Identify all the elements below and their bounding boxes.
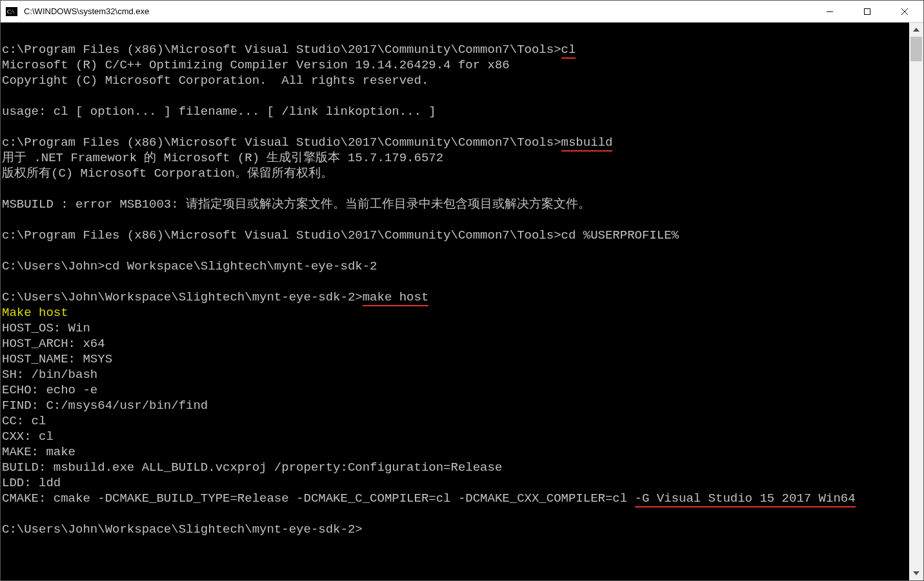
window-controls: [811, 1, 923, 23]
terminal-line: LDD: ldd: [2, 475, 909, 491]
terminal-line: SH: /bin/bash: [2, 367, 909, 382]
terminal-text: make host: [363, 290, 429, 306]
terminal-line: FIND: C:/msys64/usr/bin/find: [2, 398, 909, 413]
terminal-line: [2, 274, 909, 290]
terminal-line: [2, 119, 909, 135]
terminal-text: HOST_ARCH: x64: [2, 337, 105, 351]
terminal-text: MAKE: make: [2, 445, 75, 459]
terminal-text: LDD: ldd: [2, 476, 61, 490]
terminal-line: HOST_ARCH: x64: [2, 336, 909, 351]
terminal-text: C:\Users\John>cd Workspace\Slightech\myn…: [2, 259, 377, 273]
terminal-line: 版权所有(C) Microsoft Corporation。保留所有权利。: [2, 166, 909, 181]
terminal-text: usage: cl [ option... ] filename... [ /l…: [2, 104, 436, 119]
terminal-line: HOST_NAME: MSYS: [2, 351, 909, 367]
terminal-text: Microsoft (R) C/C++ Optimizing Compiler …: [2, 58, 510, 72]
terminal-text: c:\Program Files (x86)\Microsoft Visual …: [2, 43, 561, 57]
terminal-line: [2, 26, 909, 42]
terminal-text: HOST_NAME: MSYS: [2, 352, 112, 366]
terminal-line: ECHO: echo -e: [2, 382, 909, 398]
terminal-line: c:\Program Files (x86)\Microsoft Visual …: [2, 42, 909, 57]
terminal-text: CC: cl: [2, 414, 46, 428]
terminal-text: C:\Users\John\Workspace\Slightech\mynt-e…: [2, 290, 363, 304]
terminal-line: c:\Program Files (x86)\Microsoft Visual …: [2, 135, 909, 150]
scroll-up-button[interactable]: [909, 23, 923, 37]
svg-text:C:\: C:\: [7, 8, 15, 15]
terminal-text: c:\Program Files (x86)\Microsoft Visual …: [2, 135, 561, 150]
terminal-text: FIND: C:/msys64/usr/bin/find: [2, 399, 208, 413]
titlebar[interactable]: C:\ C:\WINDOWS\system32\cmd.exe: [1, 1, 923, 23]
svg-rect-4: [865, 8, 870, 14]
terminal-text: cl: [561, 43, 576, 59]
scroll-down-button[interactable]: [909, 566, 923, 580]
terminal-line: MAKE: make: [2, 444, 909, 460]
terminal-line: C:\Users\John\Workspace\Slightech\mynt-e…: [2, 290, 909, 305]
close-button[interactable]: [886, 1, 923, 23]
terminal-line: [2, 506, 909, 522]
terminal-text: c:\Program Files (x86)\Microsoft Visual …: [2, 228, 679, 242]
terminal-line: BUILD: msbuild.exe ALL_BUILD.vcxproj /pr…: [2, 460, 909, 475]
terminal-line: Microsoft (R) C/C++ Optimizing Compiler …: [2, 57, 909, 73]
scrollbar-thumb[interactable]: [910, 37, 922, 61]
app-icon: C:\: [1, 7, 23, 16]
terminal-area: c:\Program Files (x86)\Microsoft Visual …: [1, 23, 923, 580]
window-title: C:\WINDOWS\system32\cmd.exe: [23, 6, 811, 16]
terminal-line: Make host: [2, 305, 909, 320]
terminal-line: [2, 212, 909, 228]
minimize-button[interactable]: [811, 1, 849, 23]
terminal-line: c:\Program Files (x86)\Microsoft Visual …: [2, 228, 909, 243]
terminal-text: msbuild: [561, 135, 613, 152]
terminal-line: C:\Users\John\Workspace\Slightech\mynt-e…: [2, 522, 909, 537]
terminal-text: MSBUILD : error MSB1003: 请指定项目或解决方案文件。当前…: [2, 197, 590, 212]
cmd-window: C:\ C:\WINDOWS\system32\cmd.exe c:\Progr…: [0, 0, 924, 581]
terminal-text: 版权所有(C) Microsoft Corporation。保留所有权利。: [2, 166, 333, 181]
terminal-text: Copyright (C) Microsoft Corporation. All…: [2, 74, 428, 88]
terminal-text: HOST_OS: Win: [2, 321, 90, 335]
terminal-line: C:\Users\John>cd Workspace\Slightech\myn…: [2, 259, 909, 274]
terminal-text: BUILD: msbuild.exe ALL_BUILD.vcxproj /pr…: [2, 460, 502, 475]
terminal-text: Make host: [2, 306, 68, 320]
terminal-line: Copyright (C) Microsoft Corporation. All…: [2, 73, 909, 88]
terminal-line: usage: cl [ option... ] filename... [ /l…: [2, 104, 909, 119]
terminal-output[interactable]: c:\Program Files (x86)\Microsoft Visual …: [1, 23, 909, 580]
terminal-line: CC: cl: [2, 413, 909, 429]
terminal-text: CMAKE: cmake -DCMAKE_BUILD_TYPE=Release …: [2, 491, 635, 506]
terminal-line: [2, 243, 909, 259]
maximize-button[interactable]: [849, 1, 886, 23]
scrollbar-track[interactable]: [909, 37, 923, 566]
terminal-line: 用于 .NET Framework 的 Microsoft (R) 生成引擎版本…: [2, 150, 909, 166]
svg-marker-7: [913, 28, 919, 32]
terminal-text: SH: /bin/bash: [2, 368, 97, 382]
terminal-line: CXX: cl: [2, 429, 909, 444]
terminal-text: 用于 .NET Framework 的 Microsoft (R) 生成引擎版本…: [2, 151, 443, 165]
terminal-line: [2, 88, 909, 104]
terminal-line: [2, 181, 909, 197]
terminal-line: MSBUILD : error MSB1003: 请指定项目或解决方案文件。当前…: [2, 197, 909, 212]
terminal-text: C:\Users\John\Workspace\Slightech\mynt-e…: [2, 522, 363, 537]
terminal-line: CMAKE: cmake -DCMAKE_BUILD_TYPE=Release …: [2, 491, 909, 506]
svg-marker-8: [913, 571, 919, 575]
terminal-line: HOST_OS: Win: [2, 320, 909, 336]
terminal-text: CXX: cl: [2, 429, 54, 444]
terminal-text: -G Visual Studio 15 2017 Win64: [635, 491, 856, 507]
vertical-scrollbar[interactable]: [909, 23, 923, 580]
terminal-text: ECHO: echo -e: [2, 383, 97, 397]
